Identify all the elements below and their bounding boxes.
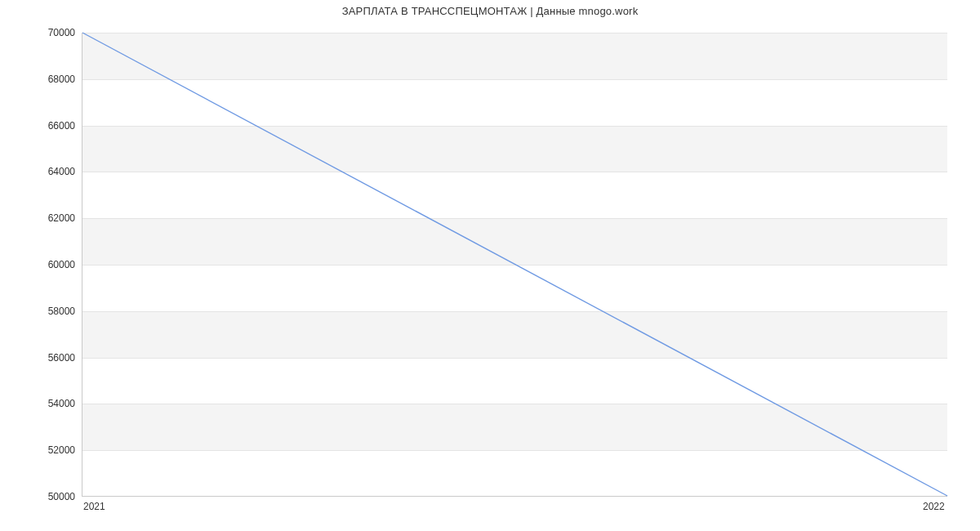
y-tick-label: 66000: [34, 120, 75, 132]
series-line: [82, 33, 947, 496]
y-tick-label: 64000: [34, 166, 75, 177]
y-tick-label: 62000: [34, 212, 75, 224]
chart-container: ЗАРПЛАТА В ТРАНССПЕЦМОНТАЖ | Данные mnog…: [0, 0, 980, 531]
x-tick-label: 2021: [83, 501, 105, 512]
y-tick-label: 52000: [34, 444, 75, 456]
line-layer: [82, 33, 947, 496]
plot-area: [82, 33, 947, 497]
y-tick-label: 54000: [34, 398, 75, 409]
y-tick-label: 58000: [34, 306, 75, 317]
y-tick-label: 60000: [34, 259, 75, 270]
y-tick-label: 68000: [34, 74, 75, 85]
y-tick-label: 50000: [34, 491, 75, 502]
y-tick-label: 70000: [34, 27, 75, 38]
x-tick-label: 2022: [923, 501, 945, 512]
y-tick-label: 56000: [34, 352, 75, 364]
chart-title: ЗАРПЛАТА В ТРАНССПЕЦМОНТАЖ | Данные mnog…: [0, 5, 980, 17]
